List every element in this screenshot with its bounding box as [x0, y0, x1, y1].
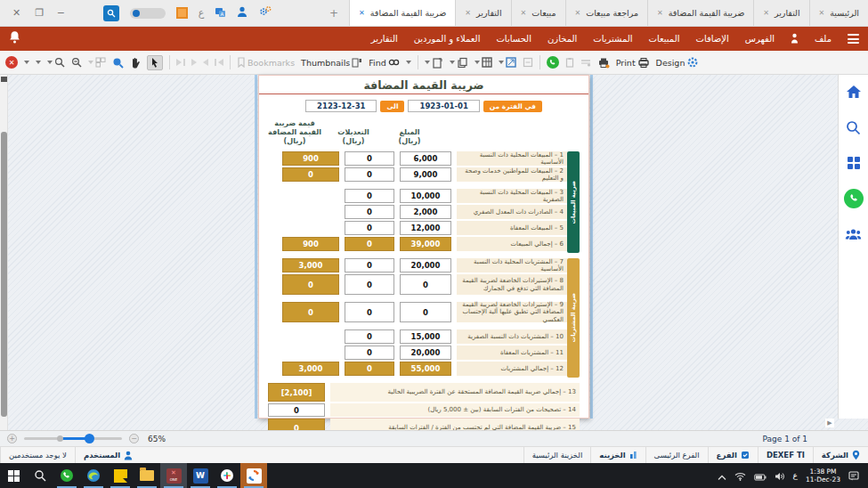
tab-close-icon[interactable]: ✕ [763, 9, 769, 17]
menu-item-6[interactable]: الحسابات [496, 34, 531, 44]
orange-square-icon[interactable] [176, 7, 188, 19]
close-report-button[interactable]: ✕ [5, 56, 18, 69]
apps-grid-icon[interactable] [844, 153, 864, 173]
first-page-icon[interactable] [215, 59, 223, 66]
home-icon[interactable] [844, 82, 864, 102]
start-button[interactable] [0, 463, 27, 488]
menu-item-7[interactable]: العملاء و الموردين [414, 34, 481, 44]
tab-4[interactable]: مبيعات✕ [511, 0, 565, 26]
settings-gears-icon[interactable] [258, 4, 272, 21]
taskbar-onenote-icon[interactable]: ✕ONE [160, 463, 187, 488]
taskbar-whatsapp-icon[interactable] [53, 463, 80, 488]
menu-item-1[interactable]: الفهرس [745, 34, 775, 44]
tab-close-icon[interactable]: ✕ [465, 9, 471, 17]
tab-close-icon[interactable]: ✕ [657, 9, 663, 17]
branch-chip[interactable]: الفرع [708, 447, 758, 463]
design-button[interactable]: Design [656, 56, 700, 69]
tab-close-icon[interactable]: ✕ [819, 9, 825, 17]
action-center-icon[interactable] [848, 468, 859, 484]
dropdown-2[interactable] [36, 61, 41, 64]
next-page-icon[interactable] [191, 59, 197, 66]
find-dropdown[interactable] [406, 61, 411, 64]
zoom-out-icon[interactable] [71, 57, 82, 68]
bookmarks-button[interactable]: Bookmarks [237, 57, 295, 68]
taskbar-slack-icon[interactable] [214, 463, 240, 488]
taskbar-search-icon[interactable] [27, 463, 53, 488]
taskbar-stickynotes-icon[interactable] [107, 463, 134, 488]
clipboard-disabled-icon[interactable] [565, 57, 574, 68]
multi-page-view-icon[interactable] [88, 57, 106, 68]
toggle-switch[interactable] [130, 8, 166, 19]
taskbar-clock[interactable]: 1:38 PM11-Dec-23 [806, 468, 840, 484]
tab-6[interactable]: ضريبة القيمة المضافة✕ [349, 0, 455, 26]
tab-2[interactable]: ضريبة القيمة المضافة✕ [647, 0, 753, 26]
dropdown-1[interactable] [24, 61, 29, 64]
export-disabled-icon[interactable] [523, 57, 533, 68]
taskbar-explorer-icon[interactable] [134, 463, 160, 488]
tab-0[interactable]: الرئيسية✕ [809, 0, 868, 26]
menu-item-0[interactable]: ملف [815, 34, 831, 44]
window-restore-button[interactable]: ❐ [35, 7, 44, 19]
treasury-value[interactable]: الخزينة الرئيسية [523, 447, 591, 463]
hand-tool-icon[interactable] [130, 57, 141, 69]
new-tab-button[interactable]: + [319, 0, 349, 26]
tab-5[interactable]: التقارير✕ [455, 0, 510, 26]
tab-1[interactable]: التقارير✕ [753, 0, 808, 26]
taskbar-word-icon[interactable]: W [187, 463, 214, 488]
taskbar-dexef-icon[interactable] [240, 463, 267, 488]
page-copies-icon[interactable] [450, 57, 468, 69]
zoom-plus-button[interactable]: + [7, 434, 17, 443]
battery-icon[interactable] [754, 468, 767, 484]
prev-page-icon[interactable] [203, 59, 208, 66]
table-grid-icon[interactable] [475, 57, 492, 68]
tab-close-icon[interactable]: ✕ [521, 9, 527, 17]
zoom-minus-button[interactable]: − [129, 434, 139, 443]
wifi-icon[interactable] [734, 468, 746, 484]
find-button[interactable]: Find [369, 58, 399, 68]
menu-item-2[interactable]: الإضافات [695, 34, 728, 44]
table-settings-disabled-icon[interactable] [580, 58, 591, 67]
page-orientation-icon[interactable] [425, 57, 443, 69]
page-right-guide [590, 75, 593, 419]
window-minimize-button[interactable]: ─ [58, 7, 64, 19]
speaker-icon[interactable] [775, 468, 785, 484]
zoom-slider[interactable] [24, 437, 122, 440]
vertical-scrollbar[interactable] [0, 75, 8, 430]
branch-value[interactable]: الفرع الرئيسى [645, 447, 708, 463]
tab-close-icon[interactable]: ✕ [359, 9, 365, 17]
user-status-chip[interactable]: المستخدم [75, 447, 141, 463]
menu-item-5[interactable]: المخازن [548, 34, 577, 44]
sidebar-search-icon[interactable] [844, 118, 864, 137]
select-tool-icon[interactable] [147, 55, 163, 70]
treasury-chip[interactable]: الخزينه [590, 447, 645, 463]
window-close-button[interactable]: ✕ [12, 7, 20, 19]
print-button[interactable]: Print [616, 57, 650, 69]
thumbnails-button[interactable]: Thumbnails [301, 58, 362, 68]
user-icon[interactable] [237, 4, 247, 21]
menu-item-8[interactable]: التقارير [371, 34, 398, 44]
hamburger-menu-icon[interactable] [848, 34, 859, 44]
fit-size-icon[interactable] [499, 57, 516, 68]
users-group-icon[interactable] [844, 224, 864, 244]
company-value[interactable]: DEXEF TI [758, 447, 813, 463]
zoom-tool-icon[interactable] [112, 57, 124, 69]
tab-close-icon[interactable]: ✕ [575, 9, 581, 17]
menu-item-4[interactable]: المشتريات [593, 34, 632, 44]
whatsapp-share-icon[interactable] [547, 56, 559, 69]
notifications-bell-icon[interactable] [9, 30, 20, 47]
search-icon[interactable] [103, 5, 119, 21]
tray-chevron-up-icon[interactable] [718, 468, 726, 484]
company-chip[interactable]: الشركة [813, 447, 868, 463]
tab-3[interactable]: مراجعة مبيعات✕ [565, 0, 647, 26]
translate-icon[interactable]: A [215, 4, 226, 21]
last-page-icon[interactable] [176, 59, 185, 66]
quick-print-icon[interactable] [597, 57, 610, 69]
value-cell: 0 [345, 189, 394, 203]
whatsapp-icon[interactable] [844, 189, 864, 208]
horizontal-scroll-arrow[interactable]: ▶ [825, 419, 834, 427]
zoom-in-icon[interactable] [47, 57, 65, 68]
taskbar-edge-icon[interactable] [80, 463, 107, 488]
menubar-user-icon[interactable] [791, 30, 799, 47]
menu-item-3[interactable]: المبيعات [649, 34, 680, 44]
tray-language-indicator[interactable]: ع [793, 471, 798, 480]
